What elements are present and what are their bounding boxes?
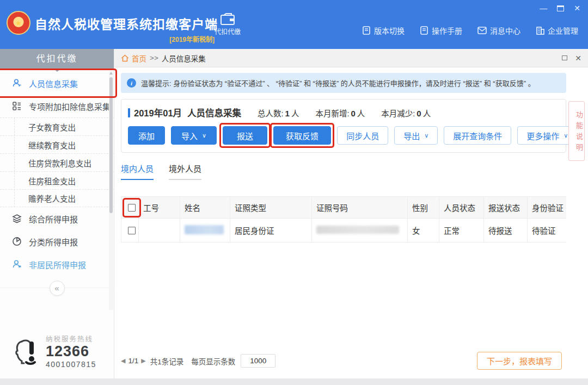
- sidebar-subitem-elderly-support[interactable]: 赡养老人支出: [0, 189, 114, 207]
- hotline-headset-icon: [14, 337, 40, 365]
- menu-manual[interactable]: 操作手册: [420, 25, 462, 36]
- sidebar-item-label: 人员信息采集: [29, 78, 78, 89]
- cell-person-status: 正常: [439, 219, 484, 243]
- panel-maximize-icon[interactable]: [562, 55, 567, 60]
- building-icon: [536, 27, 544, 35]
- function-description-tab[interactable]: 功能说明: [568, 101, 585, 161]
- grid-list-icon: [12, 101, 22, 111]
- breadcrumb-home[interactable]: 首页: [121, 53, 146, 64]
- button-label: 导出: [403, 130, 420, 141]
- button-label: 添加: [138, 130, 155, 141]
- row-checkbox[interactable]: [128, 227, 136, 234]
- report-button[interactable]: 报送: [223, 126, 267, 145]
- sidebar-subitem-label: 住房贷款利息支出: [28, 157, 91, 169]
- hotline-block: 纳税服务热线 12366 4001007815: [14, 333, 96, 369]
- col-person-status: 人员状态: [439, 197, 484, 219]
- menu-version-switch[interactable]: 版本切换: [362, 25, 405, 36]
- panel-close-icon[interactable]: ✕: [575, 55, 581, 61]
- col-name: 姓名: [180, 197, 230, 219]
- sidebar-subitem-label: 子女教育支出: [28, 121, 76, 133]
- chevron-down-icon: ∨: [424, 132, 428, 139]
- stat-value: 1: [285, 109, 290, 118]
- breadcrumb-separator: >>: [150, 54, 158, 62]
- cell-cert-type: 居民身份证: [230, 219, 312, 243]
- tab-foreign-personnel[interactable]: 境外人员: [169, 163, 201, 180]
- stat-added: 本月新增:0人: [315, 107, 365, 119]
- get-feedback-button[interactable]: 获取反馈: [273, 126, 331, 145]
- menu-enterprise-management[interactable]: 企业管理: [536, 25, 578, 36]
- select-all-wrap: [126, 201, 138, 214]
- sidebar-subitem-label: 继续教育支出: [28, 139, 76, 151]
- sidebar-item-personnel-info[interactable]: 人员信息采集: [0, 72, 114, 95]
- person-tabs: 境内人员 境外人员: [121, 163, 566, 180]
- chevron-down-icon: ∨: [202, 132, 206, 139]
- sidebar-subitem-housing-rent[interactable]: 住房租金支出: [0, 171, 114, 189]
- redacted-cert-no-value: [316, 226, 399, 234]
- tab-domestic-personnel[interactable]: 境内人员: [121, 163, 154, 180]
- personnel-table-wrap: 工号 姓名 证照类型 证照号码 性别 人员状态 报送状态 身份验证: [121, 196, 566, 243]
- info-icon: i: [127, 78, 136, 88]
- sidebar-subitem-mortgage-interest[interactable]: 住房贷款利息支出: [0, 153, 114, 171]
- layers-icon: [12, 214, 22, 223]
- breadcrumb-current: 人员信息采集: [162, 53, 206, 64]
- maximize-button[interactable]: [557, 5, 564, 11]
- sidebar-item-nonresident-income[interactable]: 非居民所得申报: [0, 253, 114, 276]
- expand-query-button[interactable]: 展开查询条件: [444, 126, 511, 145]
- sidebar-item-label: 专项附加扣除信息采集: [29, 101, 111, 112]
- minimize-button[interactable]: —: [540, 4, 547, 12]
- sidebar-item-special-deduction[interactable]: 专项附加扣除信息采集 ∨: [0, 95, 114, 117]
- hotline-label: 纳税服务热线: [46, 333, 96, 344]
- home-icon: [121, 54, 129, 62]
- pie-chart-icon: [12, 237, 22, 246]
- next-page-icon[interactable]: ▶: [141, 357, 145, 364]
- redacted-name-value: [185, 225, 224, 234]
- select-all-checkbox[interactable]: [128, 204, 136, 212]
- person-icon: [12, 78, 22, 88]
- button-label: 展开查询条件: [453, 130, 502, 141]
- breadcrumb: 首页 >> 人员信息采集 ✕: [114, 49, 588, 67]
- summary-panel: 2019年01月人员信息采集 总人数:1人 本月新增:0人 本月减少:0人 添加…: [121, 99, 566, 153]
- col-report-status: 报送状态: [484, 197, 528, 219]
- pagination-bar: ◀ 1/1 ▶ 共1条记录 每页显示条数 下一步，报表填写: [121, 352, 588, 370]
- import-button[interactable]: 导入∨: [171, 126, 217, 145]
- notice-text: 温馨提示: 身份验证状态为 “验证不通过” 、 “待验证” 和 “待报送” 的人…: [141, 78, 535, 88]
- title-accent-bar: [128, 108, 130, 117]
- special-deduction-sublist: 子女教育支出 继续教育支出 住房贷款利息支出 住房租金支出 赡养老人支出: [0, 117, 114, 207]
- sidebar-subitem-continuing-education[interactable]: 继续教育支出: [0, 135, 114, 153]
- sidebar-item-label: 非居民所得申报: [29, 259, 86, 270]
- menu-message-center[interactable]: 消息中心: [477, 25, 520, 36]
- close-button[interactable]: ✕: [574, 4, 580, 12]
- col-verify-status: 身份验证: [528, 197, 567, 219]
- scroll-up-icon[interactable]: [109, 72, 113, 74]
- sidebar: 代扣代缴 人员信息采集 专项附加扣除信息采集 ∨ 子女教育支出 继续教育支出 住…: [0, 49, 114, 378]
- button-label: 下一步，报表填写: [487, 355, 552, 367]
- export-button[interactable]: 导出∨: [394, 126, 438, 145]
- sidebar-collapse-button[interactable]: «: [50, 281, 65, 296]
- scrollbar-thumb[interactable]: [109, 77, 113, 213]
- prev-page-icon[interactable]: ◀: [121, 357, 125, 364]
- add-button[interactable]: 添加: [128, 126, 165, 145]
- personnel-table: 工号 姓名 证照类型 证照号码 性别 人员状态 报送状态 身份验证: [121, 196, 566, 243]
- sidebar-item-label: 分类所得申报: [29, 236, 78, 247]
- badge-label: 代扣代缴: [211, 27, 244, 36]
- sidebar-item-classified-income[interactable]: 分类所得申报: [0, 230, 114, 253]
- stat-unit: 人: [423, 109, 431, 118]
- sync-personnel-button[interactable]: 同步人员: [337, 126, 388, 145]
- sidebar-header: 代扣代缴: [0, 49, 114, 69]
- stat-label: 本月新增:: [315, 109, 349, 118]
- per-page-input[interactable]: [241, 354, 275, 368]
- sidebar-subitem-label: 赡养老人支出: [28, 192, 76, 204]
- stat-value: 0: [416, 109, 421, 118]
- notice-bar: i 温馨提示: 身份验证状态为 “验证不通过” 、 “待验证” 和 “待报送” …: [121, 73, 566, 93]
- window-controls: — ✕: [540, 4, 580, 12]
- stat-value: 0: [351, 109, 355, 118]
- sidebar-scrollbar[interactable]: [109, 71, 113, 310]
- sidebar-subitem-child-education[interactable]: 子女教育支出: [0, 117, 114, 135]
- stat-unit: 人: [357, 109, 365, 118]
- app-title: 自然人税收管理系统扣缴客户端: [35, 14, 218, 33]
- button-label: 更多操作: [526, 130, 559, 141]
- stat-label: 本月减少:: [381, 109, 415, 118]
- next-step-button[interactable]: 下一步，报表填写: [477, 352, 562, 370]
- table-row[interactable]: 居民身份证 女 正常 待报送 待验证: [121, 219, 567, 243]
- sidebar-item-comprehensive-income[interactable]: 综合所得申报: [0, 207, 114, 230]
